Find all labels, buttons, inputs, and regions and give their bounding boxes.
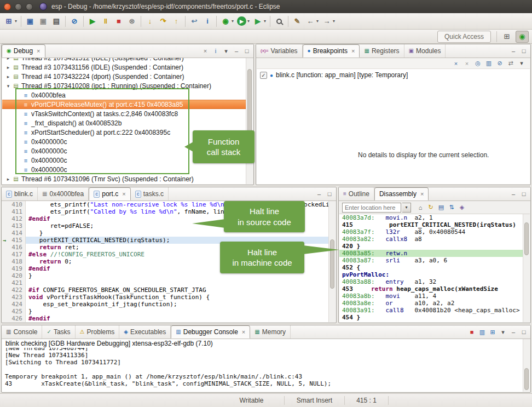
code-line[interactable]: 421	[2, 279, 336, 286]
window-minimize-button[interactable]	[15, 3, 22, 10]
console-lines[interactable]: [New Thread 1073468744][New Thread 10734…	[2, 348, 523, 392]
close-tab-icon[interactable]: ×	[420, 191, 424, 197]
thread-row[interactable]: ▸▤Thread #3 1073431156 (IDLE) (Suspended…	[2, 62, 246, 72]
disasm-line[interactable]: 40083a88: entry a1, 32	[339, 278, 523, 285]
remove-all-breakpoints-icon[interactable]: ×	[463, 60, 471, 67]
disasm-line[interactable]: 40083a7d: movi.n a2, 1	[339, 214, 523, 221]
code-line[interactable]: 411 ets_printf("Called by %s line %d\n",…	[2, 208, 336, 215]
minimize-icon[interactable]: –	[315, 191, 323, 197]
view-menu-icon[interactable]: ▾	[518, 60, 525, 67]
close-tab-icon[interactable]: ×	[122, 191, 125, 197]
expand-arrow-icon[interactable]: ▸	[4, 58, 12, 61]
link-with-debug-icon[interactable]: ⇄	[507, 60, 514, 67]
code-line[interactable]: 420}	[2, 272, 336, 279]
save-all-icon[interactable]: ▣	[37, 15, 49, 27]
code-line[interactable]: 410 ets_printf("Last non-recursive lock …	[2, 201, 336, 208]
console-scrollbar[interactable]	[523, 339, 530, 392]
stack-frame-row[interactable]: ≡0x4000bfea	[2, 90, 246, 100]
debug-icon-dropdown[interactable]: ▾	[232, 19, 234, 24]
remove-all-terminated-icon[interactable]: ×	[201, 48, 209, 54]
tab-breakpoints[interactable]: ●Breakpoints×	[303, 44, 360, 58]
location-dropdown-icon[interactable]: ▾	[402, 203, 411, 213]
show-source-icon[interactable]: ▤	[437, 204, 445, 211]
disasm-line[interactable]: 40083a87: srli a3, a0, 6	[339, 257, 523, 264]
expand-arrow-icon[interactable]: ▾	[4, 83, 12, 89]
debug-icon[interactable]: ◉	[219, 15, 232, 27]
sync-selection-icon[interactable]: ⇅	[448, 204, 455, 211]
code-line[interactable]: →415 portEXIT_CRITICAL_NESTED(irqStatus)…	[2, 237, 336, 244]
instruction-stepping-icon[interactable]: i	[201, 15, 213, 27]
code-line[interactable]: 417#else //!CONFIG_FREERTOS_UNICORE	[2, 251, 336, 258]
skip-all-breakpoints-icon[interactable]: ⊘	[68, 15, 80, 27]
disasm-line[interactable]: 40083a85: retw.n	[339, 250, 523, 257]
stack-frame-row[interactable]: ≡0x4000000c	[2, 156, 246, 165]
new-wizard-icon[interactable]: ⊞	[3, 15, 15, 27]
scrollbar-thumb[interactable]	[524, 368, 529, 390]
code-line[interactable]: 425}	[2, 308, 336, 315]
close-tab-icon[interactable]: ×	[242, 329, 245, 335]
disasm-line[interactable]: 415 portEXIT_CRITICAL_NESTED(irqStatus)	[339, 221, 523, 228]
disasm-line[interactable]: 40083a8b: movi a11, 4	[339, 293, 523, 300]
close-tab-icon[interactable]: ×	[37, 48, 40, 54]
maximize-icon[interactable]: □	[520, 191, 528, 197]
home-icon[interactable]: ⌂	[417, 204, 424, 211]
breakpoint-row[interactable]: ✓ ● blink.c [function: app_main] [type: …	[257, 69, 530, 81]
stack-frame-row[interactable]: ≡xPortStartScheduler() at port.c:222 0x4…	[2, 128, 246, 137]
scrollbar-thumb[interactable]	[524, 222, 529, 255]
debug-perspective-icon[interactable]: ◉	[516, 31, 529, 43]
terminate-icon[interactable]: ■	[113, 15, 125, 27]
disasm-line[interactable]: 40083a91: call8 0x40081b20 <heap_caps_ma…	[339, 307, 523, 314]
open-perspective-icon[interactable]: ⊞	[500, 31, 513, 43]
tab-memory[interactable]: ▦Memory	[250, 325, 291, 339]
window-close-button[interactable]	[4, 3, 11, 10]
disassembly-scrollbar[interactable]	[523, 214, 530, 322]
resume-icon[interactable]: ▶	[86, 15, 99, 27]
disasm-line[interactable]: 453 return heap_caps_malloc(xWantedSize	[339, 285, 523, 293]
thread-row[interactable]: ▾▤Thread #5 1073410208 (ipc1 : Running) …	[2, 81, 246, 90]
tab-debugger-console[interactable]: ▥Debugger Console×	[171, 325, 250, 339]
stack-frame-row[interactable]: ≡0x4000000c	[2, 165, 246, 174]
disasm-line[interactable]: 452 {	[339, 264, 523, 271]
scrollbar-thumb[interactable]	[330, 239, 334, 289]
step-over-icon[interactable]: ↷	[157, 15, 169, 27]
back-icon[interactable]: ←	[304, 15, 316, 27]
stack-frame-row[interactable]: ≡0x4000000c	[2, 146, 246, 156]
minimize-icon[interactable]: –	[510, 48, 517, 54]
new-wizard-icon-dropdown[interactable]: ▾	[15, 19, 17, 24]
back-icon-dropdown[interactable]: ▾	[316, 19, 319, 24]
code-line[interactable]: 424 esp_set_breakpoint_if_jtag(function)…	[2, 301, 336, 308]
disassembly-location-input[interactable]	[342, 203, 401, 213]
quick-access-button[interactable]: Quick Access	[437, 31, 491, 43]
skip-all-breakpoints-icon[interactable]: ⊘	[496, 60, 504, 67]
drop-to-frame-icon[interactable]: ↩	[188, 15, 200, 27]
maximize-icon[interactable]: □	[243, 48, 251, 54]
expand-arrow-icon[interactable]: ▸	[4, 65, 12, 70]
tab-tasks[interactable]: ✓Tasks	[42, 325, 75, 339]
external-tools-icon[interactable]: ▶	[252, 15, 264, 27]
tab-disassembly[interactable]: Disassembly×	[374, 187, 429, 200]
stack-frame-row[interactable]: ≡_frxt_dispatch() at 0x4008532b	[2, 118, 246, 128]
editor-lines[interactable]: 410 ets_printf("Last non-recursive lock …	[2, 201, 336, 322]
code-line[interactable]: 414 }	[2, 230, 336, 237]
open-console-icon[interactable]: ⊞	[489, 329, 496, 336]
instruction-stepping-mode-icon[interactable]: i	[212, 48, 219, 54]
stack-frame-row[interactable]: ≡vTaskSwitchContext() at tasks.c:2,846 0…	[2, 109, 246, 118]
show-breakpoints-for-icon[interactable]: ◎	[474, 60, 482, 67]
step-into-icon[interactable]: ↓	[144, 15, 156, 27]
expand-arrow-icon[interactable]: ▸	[4, 74, 12, 79]
minimize-icon[interactable]: –	[233, 48, 240, 54]
minimize-icon[interactable]: –	[510, 329, 517, 335]
last-edit-location-icon[interactable]: ✎	[291, 15, 303, 27]
run-icon[interactable]: ▶	[237, 16, 246, 26]
minimize-icon[interactable]: –	[510, 191, 517, 197]
window-maximize-button[interactable]	[26, 3, 33, 10]
tab-debug[interactable]: ◉Debug×	[2, 44, 45, 58]
suspend-icon[interactable]: ‖	[100, 15, 112, 27]
code-line[interactable]: 413 ret=pdFALSE;	[2, 222, 336, 230]
tab-modules[interactable]: ▣Modules	[404, 44, 446, 58]
thread-row[interactable]: ▸▤Thread #2 1073431512 (IDLE) (Suspended…	[2, 58, 246, 62]
disasm-line[interactable]: 40083a7f: l32r a8, 0x40080544	[339, 228, 523, 236]
forward-icon-dropdown[interactable]: ▾	[333, 19, 335, 24]
debug-scrollbar[interactable]	[246, 58, 253, 184]
search-icon[interactable]	[273, 15, 285, 27]
